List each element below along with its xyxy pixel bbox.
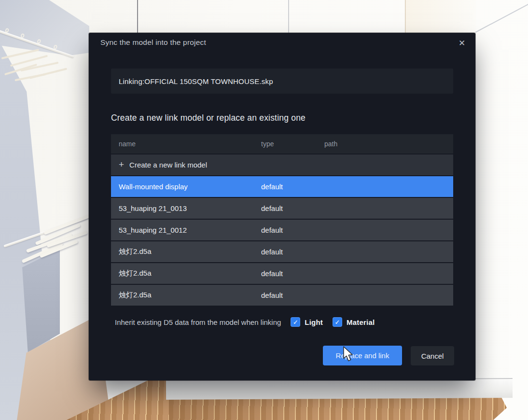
close-icon[interactable]: ✕ [456, 37, 468, 49]
row-type: default [261, 248, 324, 256]
table-row[interactable]: 烛灯2.d5a default [111, 285, 453, 306]
light-checkbox-group: ✓ Light [291, 317, 323, 327]
column-header-path: path [324, 140, 453, 148]
app-window: Sync the model into the project ✕ Linkin… [0, 0, 528, 420]
material-checkbox-label: Material [347, 318, 375, 326]
dialog-title: Sync the model into the project [100, 38, 206, 47]
row-type: default [261, 226, 324, 234]
replace-and-link-button[interactable]: Replace and link [323, 346, 402, 365]
create-row-label: Create a new link model [129, 161, 207, 169]
row-type: default [261, 182, 324, 191]
wall-panel-warm [405, 0, 476, 33]
column-header-type: type [261, 140, 324, 148]
hangers-cluster-top [0, 47, 87, 93]
row-name: 烛灯2.d5a [119, 247, 152, 256]
table-row[interactable]: 53_huaping 21_0012 default [111, 220, 453, 240]
create-new-link-row[interactable]: + Create a new link model [111, 154, 453, 175]
row-type: default [261, 269, 324, 278]
inherit-options-row: Inherit existing D5 data from the model … [115, 315, 375, 329]
column-header-name: name [111, 140, 261, 148]
row-name: 53_huaping 21_0012 [119, 226, 187, 234]
cancel-button[interactable]: Cancel [411, 346, 454, 365]
light-checkbox-label: Light [305, 318, 323, 326]
material-checkbox-group: ✓ Material [333, 317, 375, 327]
row-name: 烛灯2.d5a [119, 269, 152, 278]
row-name: 烛灯2.d5a [119, 291, 152, 300]
row-name: 53_huaping 21_0013 [119, 204, 187, 212]
row-type: default [261, 291, 324, 299]
linking-file-field: Linking:OFFICIAL 150SQM TOWNHOUSE.skp [111, 69, 453, 94]
row-name: Wall-mounted display [119, 182, 188, 191]
material-checkbox[interactable]: ✓ [333, 317, 342, 327]
table-row[interactable]: Wall-mounted display default [111, 176, 453, 197]
check-icon: ✓ [335, 319, 340, 326]
inherit-label: Inherit existing D5 data from the model … [115, 318, 281, 326]
link-model-table: name type path + Create a new link model… [111, 134, 453, 306]
wood-floor [169, 398, 507, 420]
section-heading: Create a new link model or replace an ex… [111, 113, 306, 123]
light-checkbox[interactable]: ✓ [291, 317, 300, 327]
linking-file-text: Linking:OFFICIAL 150SQM TOWNHOUSE.skp [119, 77, 273, 85]
table-row[interactable]: 烛灯2.d5a default [111, 241, 453, 262]
ceiling-edge-line [475, 4, 528, 33]
sync-model-dialog: Sync the model into the project ✕ Linkin… [89, 33, 475, 380]
white-platform-step [166, 378, 513, 400]
panel-seam [137, 0, 138, 33]
plus-icon: + [119, 160, 124, 169]
table-row[interactable]: 53_huaping 21_0013 default [111, 198, 453, 219]
check-icon: ✓ [293, 319, 298, 326]
table-header: name type path [111, 134, 453, 154]
panel-seam [288, 0, 289, 33]
table-row[interactable]: 烛灯2.d5a default [111, 263, 453, 284]
row-type: default [261, 204, 324, 212]
